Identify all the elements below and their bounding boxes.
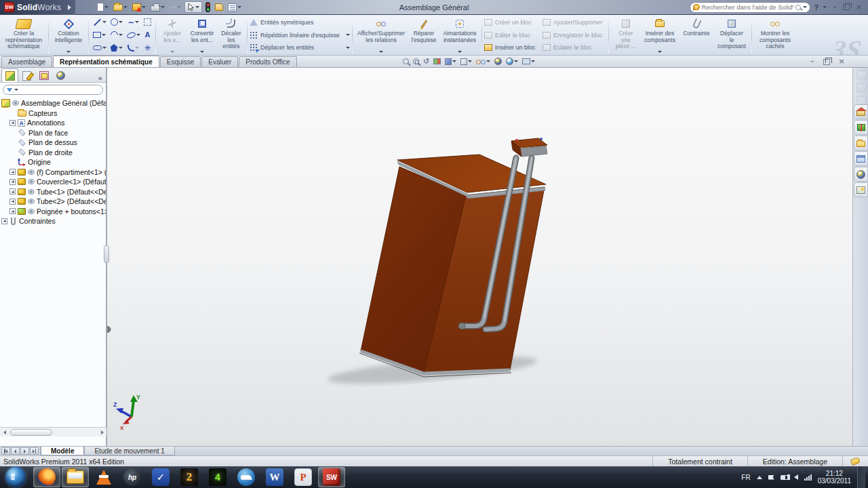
tree-item-poignee-boutons[interactable]: Poignée + boutons<1> (D xyxy=(1,207,106,217)
scroll-left-arrow[interactable] xyxy=(0,428,9,436)
search-icon[interactable] xyxy=(795,5,801,10)
convert-entities-button[interactable]: Convertir les ent... xyxy=(186,16,218,54)
clock[interactable]: 21:1203/03/2011 xyxy=(818,470,851,485)
action-center-flag-icon[interactable] xyxy=(768,475,774,480)
arc-tool[interactable] xyxy=(108,28,125,41)
close-button[interactable]: × xyxy=(854,3,864,12)
spline-tool[interactable]: ∼ xyxy=(125,16,142,28)
insert-block-button[interactable]: Insérer un bloc xyxy=(484,42,540,53)
tab-assemblage[interactable]: Assemblage xyxy=(1,56,52,67)
slot-tool[interactable] xyxy=(91,41,108,54)
expand-icon[interactable] xyxy=(9,188,16,195)
repair-sketch-button[interactable]: Réparer l'esquisse xyxy=(408,16,440,54)
taskbar-firefox[interactable] xyxy=(33,467,60,487)
expand-icon[interactable] xyxy=(9,179,16,185)
taskbar-game-4[interactable]: 4 xyxy=(204,467,231,487)
circle-tool[interactable] xyxy=(108,16,125,28)
doc-minimize-button[interactable]: – xyxy=(808,57,816,66)
select-tool-button[interactable] xyxy=(184,1,202,13)
show-relations-button[interactable]: Afficher/Supprimer les relations xyxy=(355,16,408,54)
trim-entities-button[interactable]: Ajuster les e... xyxy=(158,16,186,54)
search-dropdown-icon[interactable] xyxy=(803,6,807,8)
add-remove-block-button[interactable]: Ajouter/Supprimer xyxy=(542,17,606,28)
tree-item-compartiment[interactable]: (f) Compartiment<1> (Dé xyxy=(1,167,106,178)
tab-representation-schematique[interactable]: Représentation schématique xyxy=(53,56,159,67)
scrollbar-thumb[interactable] xyxy=(10,429,52,436)
insert-components-button[interactable]: Insérer des composants xyxy=(641,16,679,54)
smart-dimension-button[interactable]: Cotation intelligente xyxy=(51,16,86,54)
edit-block-button[interactable]: Editer le bloc xyxy=(484,30,540,41)
explode-block-button[interactable]: Eclater le bloc xyxy=(542,42,606,53)
last-tab-button[interactable] xyxy=(30,447,39,455)
taskbar-explorer[interactable] xyxy=(62,467,89,487)
show-desktop-button[interactable] xyxy=(857,466,865,488)
ellipse-tool[interactable] xyxy=(125,28,142,41)
move-component-button[interactable]: Déplacer le composant xyxy=(714,16,749,54)
taskbar-car-app[interactable] xyxy=(233,467,260,487)
expand-icon[interactable] xyxy=(9,208,16,214)
fillet-tool[interactable] xyxy=(125,41,142,54)
solidworks-logo[interactable]: SW SolidWorks xyxy=(0,0,75,15)
zoom-fit-button[interactable] xyxy=(403,58,409,64)
minimize-button[interactable]: – xyxy=(831,3,839,12)
tag-icon[interactable] xyxy=(850,457,861,466)
instant-snaps-button[interactable]: Aimantations instantanées xyxy=(440,16,479,54)
tab-produits-office[interactable]: Produits Office xyxy=(239,56,296,67)
tree-item-contraintes[interactable]: Contraintes xyxy=(1,216,106,226)
tree-horizontal-scrollbar[interactable] xyxy=(0,427,106,436)
tree-item-capteurs[interactable]: Capteurs xyxy=(1,108,106,119)
taskbar-hp[interactable]: hp xyxy=(119,467,146,487)
tree-item-tube2[interactable]: Tube<2> (Défaut<<Défau xyxy=(1,197,106,207)
panel-splitter-handle[interactable] xyxy=(104,245,109,263)
help-search-box[interactable]: ? xyxy=(690,2,810,13)
first-tab-button[interactable] xyxy=(1,447,10,455)
assembly-3d-model[interactable] xyxy=(107,68,853,446)
displaymanager-tab[interactable] xyxy=(52,68,69,82)
doc-close-button[interactable]: × xyxy=(837,57,847,66)
rotate-view-button[interactable]: ↺ xyxy=(423,58,429,65)
make-part-button[interactable]: Créer une pièce ... xyxy=(611,16,641,54)
network-signal-icon[interactable] xyxy=(804,474,812,481)
taskbar-word[interactable]: W xyxy=(261,467,288,487)
appearances-tab[interactable] xyxy=(854,167,868,182)
zoom-area-button[interactable] xyxy=(413,58,419,64)
design-library-tab[interactable] xyxy=(854,120,868,135)
panel-expand-chevron-icon[interactable]: » xyxy=(98,75,104,82)
help-button[interactable]: ? xyxy=(814,3,819,12)
tree-item-origine[interactable]: Origine xyxy=(1,157,106,167)
point-tool[interactable]: ✳ xyxy=(142,41,153,54)
file-explorer-tab[interactable] xyxy=(854,136,868,150)
tab-esquisse[interactable]: Esquisse xyxy=(160,56,201,67)
polygon-tool[interactable] xyxy=(108,41,125,54)
print-button[interactable] xyxy=(149,3,166,12)
show-hidden-components-button[interactable]: Montrer les composants cachés xyxy=(754,16,796,54)
taskbar-vlc[interactable] xyxy=(90,467,117,487)
handle-block[interactable] xyxy=(511,138,547,157)
next-tab-button[interactable] xyxy=(20,447,29,455)
expand-icon[interactable] xyxy=(9,169,16,175)
scenes-tab[interactable] xyxy=(854,182,868,197)
propertymanager-tab[interactable] xyxy=(18,68,35,82)
menu-expand-arrow-icon[interactable] xyxy=(68,5,71,10)
expand-icon[interactable] xyxy=(9,199,16,205)
create-schematic-button[interactable]: Créer la représentation schématique xyxy=(1,16,46,54)
make-block-button[interactable]: Créer un bloc xyxy=(484,17,540,28)
configurationmanager-tab[interactable] xyxy=(35,68,52,82)
make-drawing-button[interactable] xyxy=(131,3,147,12)
view-orientation-button[interactable] xyxy=(445,58,456,65)
tree-item-assembly-root[interactable]: Assemblage Général (Défaut xyxy=(1,98,106,108)
tree-item-couvercle[interactable]: Couvercle<1> (Défaut<< xyxy=(1,177,106,187)
language-indicator[interactable]: FR xyxy=(741,474,750,481)
tree-filter-box[interactable] xyxy=(3,85,103,95)
taskbar-check-app[interactable]: ✓ xyxy=(147,467,174,487)
view-settings-button[interactable] xyxy=(522,58,535,64)
model-tab[interactable]: Modèle xyxy=(41,447,84,455)
tree-item-annotations[interactable]: Annotations xyxy=(1,118,106,128)
section-view-button[interactable] xyxy=(433,58,441,64)
restore-button[interactable] xyxy=(843,4,850,10)
offset-entities-button[interactable]: Décaler les entités xyxy=(218,16,245,54)
help-dropdown-icon[interactable] xyxy=(823,6,827,8)
expand-icon[interactable] xyxy=(1,218,7,224)
display-style-button[interactable] xyxy=(460,58,472,65)
tree-item-plan-de-droite[interactable]: Plan de droite xyxy=(1,148,106,158)
